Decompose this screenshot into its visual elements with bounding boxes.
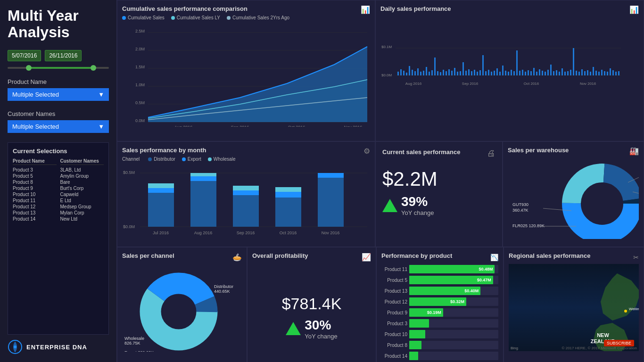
up-arrow-icon — [382, 199, 397, 212]
date-end[interactable]: 26/11/2016 — [45, 50, 82, 61]
list-item: E Ltd — [60, 197, 104, 204]
svg-rect-113 — [148, 188, 174, 193]
share-icon: ⚙ — [363, 147, 370, 156]
regional-title: Regional sales performance — [509, 252, 590, 259]
svg-text:1.5M: 1.5M — [135, 65, 145, 69]
monthly-legend: Channel Distributor Export Wholesale — [122, 156, 370, 162]
svg-text:Oct 2016: Oct 2016 — [280, 230, 297, 235]
svg-rect-63 — [505, 71, 506, 75]
profit-yoy: 30% YoY change — [286, 318, 337, 340]
logo: ENTERPRISE DNA — [8, 339, 109, 354]
svg-rect-57 — [488, 70, 489, 75]
current-selections-panel: Current Selections Product Name Product … — [8, 142, 109, 335]
svg-text:Nov 2016: Nov 2016 — [580, 82, 596, 86]
svg-text:Sep 2016: Sep 2016 — [462, 82, 479, 86]
list-item: Capweld — [60, 191, 104, 197]
list-item: Mylan Corp — [60, 210, 104, 216]
product-filter-dropdown[interactable]: Multiple Selected ▼ — [8, 88, 109, 101]
svg-text:$0.0M: $0.0M — [123, 224, 135, 229]
svg-rect-71 — [528, 70, 529, 75]
svg-rect-51 — [471, 71, 472, 75]
svg-rect-56 — [485, 71, 487, 75]
svg-rect-48 — [462, 62, 464, 75]
perf-bar-product13: Product 13 $0.40M — [381, 287, 498, 295]
logo-text: ENTERPRISE DNA — [26, 344, 87, 351]
svg-rect-102 — [615, 72, 617, 75]
svg-rect-70 — [525, 72, 526, 75]
perf-bar-product10: Product 10 — [381, 330, 498, 338]
perf-bar-product5: Product 5 $0.47M — [381, 276, 498, 284]
svg-rect-25 — [397, 72, 399, 75]
list-item: New Ltd — [60, 216, 104, 222]
svg-rect-81 — [556, 70, 557, 75]
svg-rect-53 — [477, 72, 478, 75]
svg-rect-100 — [610, 68, 611, 75]
monthly-sales-panel: Sales performance by month ⚙ Channel Dis… — [117, 141, 375, 247]
date-start[interactable]: 5/07/2016 — [8, 50, 41, 61]
svg-rect-112 — [148, 193, 174, 227]
svg-rect-83 — [561, 68, 563, 75]
enterprise-dna-icon — [8, 339, 23, 354]
svg-rect-98 — [604, 71, 605, 75]
svg-rect-96 — [598, 72, 600, 75]
svg-text:1.0M: 1.0M — [135, 82, 145, 87]
middle-row: Sales performance by month ⚙ Channel Dis… — [117, 141, 644, 247]
bing-watermark: Bing — [511, 346, 518, 350]
copyright-text: © 2017 HERE, © 2017 Microsoft Corporatio… — [562, 346, 637, 350]
map-icon: ✂ — [633, 254, 639, 261]
svg-rect-50 — [468, 69, 470, 75]
daily-chart: $0.1M $0.0M — [380, 15, 639, 123]
subscribe-button[interactable]: SUBSCRIBE — [604, 340, 634, 346]
svg-text:Wellington: Wellington — [629, 307, 639, 311]
svg-rect-32 — [417, 68, 419, 75]
svg-rect-43 — [448, 69, 450, 75]
current-selections-title: Current Selections — [13, 148, 104, 155]
svg-rect-89 — [578, 72, 580, 75]
svg-rect-69 — [522, 70, 523, 75]
svg-rect-117 — [190, 173, 216, 176]
cumulative-legend: Cumulative Sales Cumulative Sales LY Cum… — [122, 15, 370, 20]
cumulative-title: Cumulative sales performance comparison — [122, 5, 370, 12]
svg-rect-33 — [420, 72, 421, 75]
svg-rect-99 — [607, 72, 608, 75]
warehouse-icon: 🏭 — [629, 147, 639, 156]
svg-rect-30 — [412, 70, 413, 75]
svg-text:$0.0M: $0.0M — [381, 73, 392, 77]
svg-rect-77 — [545, 72, 546, 75]
svg-rect-80 — [553, 71, 554, 75]
svg-text:0.0M: 0.0M — [135, 118, 145, 123]
pie-icon: 🥧 — [232, 253, 242, 262]
svg-rect-82 — [559, 72, 560, 75]
list-item: Product 5 — [13, 173, 57, 179]
warehouse-panel: Sales per warehouse 🏭 NXH382 347.23K AXW… — [503, 141, 644, 247]
monthly-title: Sales performance by month — [122, 147, 370, 154]
product-column: Product Name Product 3 Product 5 Product… — [13, 158, 57, 222]
customer-filter-dropdown[interactable]: Multiple Selected ▼ — [8, 120, 109, 133]
map-area: Wellington NEW ZEALAND Bing © 2017 HERE,… — [509, 264, 639, 351]
svg-rect-87 — [573, 48, 574, 75]
list-item: Product 13 — [13, 210, 57, 216]
svg-text:Wholesale: Wholesale — [124, 336, 144, 341]
svg-rect-97 — [601, 70, 603, 75]
svg-text:0.5M: 0.5M — [135, 100, 145, 105]
svg-rect-94 — [593, 67, 594, 75]
list-item: Product 11 — [13, 197, 57, 204]
svg-text:$0.5M: $0.5M — [123, 170, 135, 175]
svg-text:FLR025 120.89K: FLR025 120.89K — [512, 223, 545, 228]
svg-rect-64 — [508, 72, 509, 75]
svg-rect-73 — [533, 68, 535, 75]
list-item: Burt's Corp — [60, 185, 104, 191]
perf-bar-product9: Product 9 $0.19M — [381, 308, 498, 317]
svg-rect-34 — [423, 71, 424, 75]
date-slider[interactable] — [8, 67, 109, 69]
svg-rect-44 — [451, 71, 453, 75]
performance-title: Performance by product — [381, 252, 452, 259]
svg-rect-29 — [409, 66, 410, 75]
svg-rect-41 — [443, 70, 444, 75]
svg-text:2.5M: 2.5M — [135, 29, 145, 33]
svg-rect-119 — [233, 190, 259, 195]
svg-rect-84 — [564, 72, 566, 75]
svg-rect-31 — [414, 71, 416, 75]
current-sales-value: $2.2M — [382, 168, 495, 190]
svg-text:Distributor: Distributor — [214, 284, 233, 289]
